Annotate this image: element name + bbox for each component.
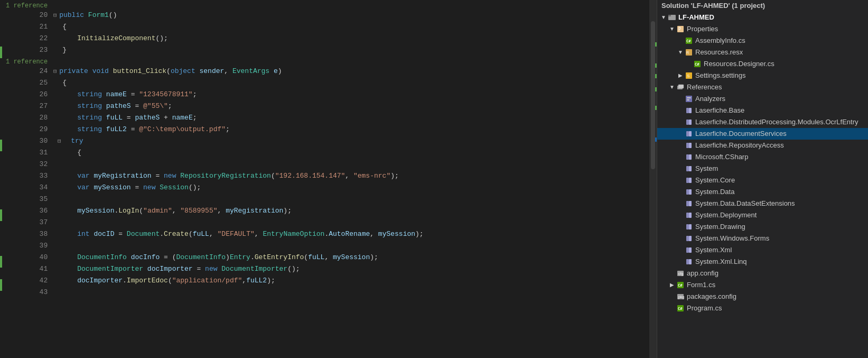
svg-rect-22 xyxy=(689,131,692,136)
system-drawing-node[interactable]: System.Drawing xyxy=(657,221,868,233)
code-line-27: string patheS = @"55\"; xyxy=(52,100,649,112)
system-xml-icon xyxy=(685,246,693,254)
code-line-24: ⊟ private void button1_Click(object send… xyxy=(52,66,649,77)
laserfiche-ds-node[interactable]: Laserfiche.DocumentServices xyxy=(657,128,868,140)
resources-designer-node[interactable]: C# Resources.Designer.cs xyxy=(657,58,868,70)
line-num-24: 24 xyxy=(5,66,48,77)
svg-rect-37 xyxy=(686,224,689,230)
settings-node[interactable]: ▶ S Settings.settings xyxy=(657,70,868,81)
analyzers-node[interactable]: Analyzers xyxy=(657,93,868,105)
ref-count-24: 1 reference xyxy=(5,56,48,66)
system-data-dse-node[interactable]: System.Data.DataSetExtensions xyxy=(657,198,868,209)
system-core-icon xyxy=(685,176,693,185)
program-cs-node[interactable]: ▶ C# Program.cs xyxy=(657,302,868,314)
code-line-26: string nameE = "12345678911"; xyxy=(52,89,649,100)
laserfiche-ds-label: Laserfiche.DocumentServices xyxy=(695,128,787,140)
collapse-20[interactable]: ⊟ xyxy=(52,10,58,21)
svg-rect-32 xyxy=(689,189,692,195)
references-icon xyxy=(676,83,685,91)
system-data-node[interactable]: System.Data xyxy=(657,186,868,198)
packages-config-icon: pkg xyxy=(676,292,685,301)
system-deployment-node[interactable]: System.Deployment xyxy=(657,209,868,221)
form1-cs-node[interactable]: ▶ C# Form1.cs xyxy=(657,279,868,291)
system-deployment-label: System.Deployment xyxy=(695,209,757,221)
code-line-34: var mySession = new Session(); xyxy=(52,182,649,194)
laserfiche-ra-label: Laserfiche.RepositoryAccess xyxy=(695,140,784,151)
line-num-39: 39 xyxy=(5,240,48,252)
line-num-41: 41 xyxy=(5,263,48,275)
ref-count-20: 1 reference xyxy=(5,0,48,10)
properties-node[interactable]: ▼ P Properties xyxy=(657,23,868,35)
line-num-20: 20 xyxy=(5,10,48,21)
assemblyinfo-icon: C# xyxy=(685,36,693,45)
system-node[interactable]: System xyxy=(657,163,868,175)
app-config-node[interactable]: ▶ cfg app.config xyxy=(657,268,868,279)
code-editor: 1 reference 20 21 22 23 1 reference 24 2… xyxy=(0,0,657,358)
system-core-node[interactable]: System.Core xyxy=(657,175,868,186)
form1-cs-chevron: ▶ xyxy=(668,281,676,289)
packages-config-node[interactable]: ▶ pkg packages.config xyxy=(657,291,868,302)
code-line-20: ⊟ public Form1() xyxy=(52,10,649,21)
svg-rect-34 xyxy=(689,201,692,206)
properties-label: Properties xyxy=(687,23,718,35)
svg-rect-25 xyxy=(686,154,689,160)
code-line-25: { xyxy=(52,77,649,89)
code-line-35 xyxy=(52,194,649,205)
solution-explorer: Solution 'LF-AHMED' (1 project) ▼ LF-AHM… xyxy=(657,0,868,358)
project-node[interactable]: ▼ LF-AHMED xyxy=(657,12,868,23)
svg-rect-40 xyxy=(689,236,692,241)
svg-text:R: R xyxy=(686,51,689,54)
line-num-43: 43 xyxy=(5,287,48,298)
code-line-38: int docID = Document.Create(fuLL, "DEFAU… xyxy=(52,228,649,240)
app-config-label: app.config xyxy=(687,268,718,279)
code-line-22: InitializeComponent(); xyxy=(52,33,649,44)
assemblyinfo-node[interactable]: C# AssemblyInfo.cs xyxy=(657,35,868,47)
properties-chevron: ▼ xyxy=(668,25,676,33)
collapse-24[interactable]: ⊟ xyxy=(52,66,58,77)
resources-resx-icon: R xyxy=(685,48,693,57)
laserfiche-ds-icon xyxy=(685,130,693,138)
svg-rect-44 xyxy=(689,259,692,264)
form1-cs-label: Form1.cs xyxy=(687,279,715,291)
project-chevron: ▼ xyxy=(659,13,668,22)
resources-resx-label: Resources.resx xyxy=(695,47,743,58)
svg-text:cfg: cfg xyxy=(678,272,683,276)
svg-rect-42 xyxy=(689,247,692,253)
laserfiche-ra-node[interactable]: Laserfiche.RepositoryAccess xyxy=(657,140,868,151)
program-cs-icon: C# xyxy=(676,304,685,313)
form1-cs-icon: C# xyxy=(676,281,685,289)
microsoft-csharp-label: Microsoft.CSharp xyxy=(695,151,748,163)
svg-text:C#: C# xyxy=(678,307,683,311)
svg-rect-20 xyxy=(689,120,692,125)
code-line-23: } xyxy=(52,44,649,56)
code-line-28: string fuLL = patheS + nameE; xyxy=(52,112,649,124)
code-line-41: DocumentImporter docImporter = new Docum… xyxy=(52,263,649,275)
line-num-32: 32 xyxy=(5,159,48,170)
code-line-43 xyxy=(52,287,649,298)
references-node[interactable]: ▼ References xyxy=(657,81,868,93)
microsoft-csharp-node[interactable]: Microsoft.CSharp xyxy=(657,151,868,163)
system-wf-node[interactable]: System.Windows.Forms xyxy=(657,233,868,244)
system-xml-linq-node[interactable]: System.Xml.Linq xyxy=(657,256,868,268)
svg-rect-16 xyxy=(687,99,689,100)
code-line-37 xyxy=(52,217,649,228)
svg-rect-17 xyxy=(686,108,689,113)
resources-resx-node[interactable]: ▼ R Resources.resx xyxy=(657,47,868,58)
resources-designer-icon: C# xyxy=(693,60,702,68)
system-xml-node[interactable]: System.Xml xyxy=(657,244,868,256)
svg-rect-15 xyxy=(687,97,691,98)
collapse-30[interactable]: ⊟ xyxy=(56,135,62,147)
analyzers-icon xyxy=(685,95,693,103)
laserfiche-dp-node[interactable]: Laserfiche.DistributedProcessing.Modules… xyxy=(657,116,868,128)
settings-chevron: ▶ xyxy=(676,71,685,80)
code-line-32 xyxy=(52,159,649,170)
laserfiche-base-icon xyxy=(685,106,693,115)
laserfiche-base-node[interactable]: Laserfiche.Base xyxy=(657,105,868,116)
system-drawing-label: System.Drawing xyxy=(695,221,745,233)
code-line-42: docImporter.ImportEdoc("application/pdf"… xyxy=(52,275,649,287)
vertical-scrollbar[interactable] xyxy=(649,0,657,358)
system-wf-label: System.Windows.Forms xyxy=(695,233,769,244)
line-num-29: 29 xyxy=(5,124,48,135)
scrollbar-thumb[interactable] xyxy=(651,21,655,169)
system-data-label: System.Data xyxy=(695,186,734,198)
